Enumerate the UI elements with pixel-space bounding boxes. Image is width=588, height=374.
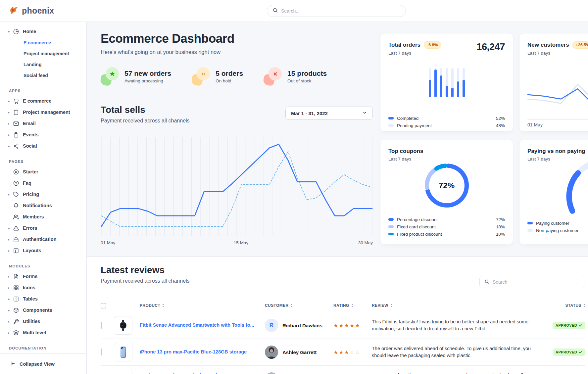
legend-swatch: [388, 124, 394, 127]
column-header-status[interactable]: STATUS: [542, 303, 585, 308]
collapse-left-icon: [10, 361, 16, 367]
grid-icon: [13, 285, 19, 291]
stat-label: Awating processing: [124, 78, 171, 83]
avatar: [265, 372, 278, 374]
column-header-rating[interactable]: RATING: [333, 303, 372, 308]
order-bar: [440, 68, 442, 97]
lock-icon: [13, 236, 19, 243]
sidebar-item-email[interactable]: ▸ Email: [0, 118, 86, 129]
caret-right-icon: ▸: [8, 144, 13, 148]
row-checkbox[interactable]: [101, 349, 102, 355]
collapse-view-label: Collapsed View: [20, 361, 55, 367]
legend-swatch: [388, 225, 394, 228]
sidebar-item-e-commerce[interactable]: ▸ E commerce: [0, 95, 86, 107]
sidebar-subitem-project-management[interactable]: Project management: [0, 48, 86, 59]
column-header-review[interactable]: REVIEW: [372, 303, 542, 308]
reviews-table-header: PRODUCT CUSTOMER RATING REVIEW STATUS: [101, 299, 585, 312]
sidebar-item-multi-level[interactable]: ▸ Multi level: [0, 327, 86, 338]
sidebar-item-errors[interactable]: ▸ Errors: [0, 222, 86, 234]
sidebar-item-starter[interactable]: Starter: [0, 166, 86, 177]
reviews-search[interactable]: [479, 276, 585, 288]
tag-icon: [13, 191, 19, 198]
table-row: Fitbit Sense Advanced Smartwatch with To…: [101, 312, 585, 339]
sidebar-item-members[interactable]: Members: [0, 211, 86, 222]
sidebar-subitem-social-feed[interactable]: Social feed: [0, 70, 86, 81]
legend-label: Non-paying customer: [536, 228, 578, 233]
sidebar-item-pricing[interactable]: ▸ Pricing: [0, 189, 86, 200]
caret-right-icon: ▸: [8, 308, 13, 312]
brand-logo[interactable]: phoenix: [0, 5, 78, 17]
sidebar-subitem-landing[interactable]: Landing: [0, 59, 86, 70]
sidebar-item-label: Notifications: [23, 203, 52, 208]
card-paying-vs-non-paying: Paying vs non paying Last 7 days Paying …: [519, 140, 588, 244]
warning-icon: [13, 225, 19, 231]
topbar: phoenix: [0, 0, 588, 22]
sidebar-item-notifications[interactable]: Notifications: [0, 200, 86, 211]
product-link[interactable]: Apple MacBook Pro 13 inch-M1-8/256GB-Spa…: [140, 372, 265, 374]
row-checkbox[interactable]: [101, 322, 102, 329]
caret-right-icon: ▸: [8, 133, 13, 137]
sidebar-item-events[interactable]: ▸ Events: [0, 129, 86, 140]
order-bar: [463, 68, 465, 97]
sidebar-item-forms[interactable]: ▸ Forms: [0, 271, 86, 282]
sidebar-item-layouts[interactable]: ▸ Layouts: [0, 245, 86, 256]
rating-stars: ★★★☆☆: [333, 349, 372, 355]
compass-icon: [13, 169, 19, 175]
sidebar-item-components[interactable]: ▸ Components: [0, 304, 86, 316]
sidebar-subitem-e-commerce[interactable]: E commerce: [0, 37, 86, 48]
legend-swatch: [388, 218, 394, 221]
legend-row: Pending payment 48%: [388, 122, 505, 129]
review-text: The order was delivered ahead of schedul…: [372, 345, 542, 359]
sidebar-item-tables[interactable]: ▸ Tables: [0, 293, 86, 304]
rating-stars: ★★★★★: [333, 322, 372, 329]
donut-center-value: 72%: [423, 162, 471, 210]
customer-name: Richard Dawkins: [282, 323, 322, 328]
select-all-checkbox[interactable]: [101, 303, 106, 308]
legend-row: Non-paying customer: [527, 227, 588, 234]
product-link[interactable]: Fitbit Sense Advanced Smartwatch with To…: [140, 322, 265, 329]
sparkline-x-label: 01 May: [527, 122, 543, 127]
layout-icon: [13, 248, 19, 254]
top-coupons-period: Last 7 days: [388, 157, 423, 162]
sort-icon: [583, 304, 585, 307]
sidebar-item-icons[interactable]: ▸ Icons: [0, 282, 86, 293]
sidebar-item-label: Starter: [23, 169, 38, 174]
sidebar-item-faq[interactable]: Faq: [0, 177, 86, 189]
bell-icon: [13, 203, 19, 209]
global-search[interactable]: [267, 5, 406, 17]
sidebar-item-utilities[interactable]: ▸ Utilities: [0, 316, 86, 327]
caret-right-icon: ▸: [8, 320, 13, 323]
sidebar-item-social[interactable]: ▸ Social: [0, 140, 86, 152]
sidebar-item-authentication[interactable]: ▸ Authentication: [0, 234, 86, 245]
total-orders-period: Last 7 days: [388, 51, 441, 56]
question-icon: [13, 180, 19, 186]
sidebar-item-label: Home: [23, 29, 36, 34]
total-sells-chart-canvas: [101, 136, 373, 236]
global-search-input[interactable]: [281, 8, 400, 14]
legend-value: 52%: [496, 116, 505, 121]
sidebar-item-project-management[interactable]: ▸ Project management: [0, 107, 86, 118]
pause-badge-icon: [192, 67, 210, 86]
legend-label: Pending payment: [397, 123, 432, 128]
brand-name: phoenix: [22, 6, 54, 16]
sidebar-item-home[interactable]: ▾ Home: [0, 26, 86, 37]
chevron-down-icon: [362, 110, 367, 116]
sidebar-item-label: Authentication: [23, 237, 57, 242]
stat-value: 5 orders: [216, 70, 243, 77]
collapse-view-button[interactable]: Collapsed View: [0, 353, 86, 374]
product-link[interactable]: iPhone 13 pro max-Pacific Blue-128GB sto…: [140, 349, 265, 355]
product-image[interactable]: [114, 316, 132, 335]
reviews-search-input[interactable]: [493, 279, 580, 285]
latest-reviews-subtitle: Payment received across all channels: [101, 278, 190, 284]
column-header-customer[interactable]: CUSTOMER: [265, 303, 333, 308]
order-bar: [446, 68, 448, 97]
order-stats-row: 57 new orders Awating processing 5 order…: [101, 67, 373, 86]
legend-value: 18%: [496, 224, 505, 229]
column-header-product[interactable]: PRODUCT: [140, 303, 265, 308]
caret-right-icon: ▸: [8, 249, 13, 253]
total-sells-header: Total sells Payment received across all …: [101, 94, 373, 124]
legend-swatch: [527, 222, 533, 224]
product-image[interactable]: [114, 343, 132, 361]
product-image[interactable]: [114, 370, 132, 374]
date-range-select[interactable]: Mar 1 - 31, 2022: [285, 107, 373, 120]
